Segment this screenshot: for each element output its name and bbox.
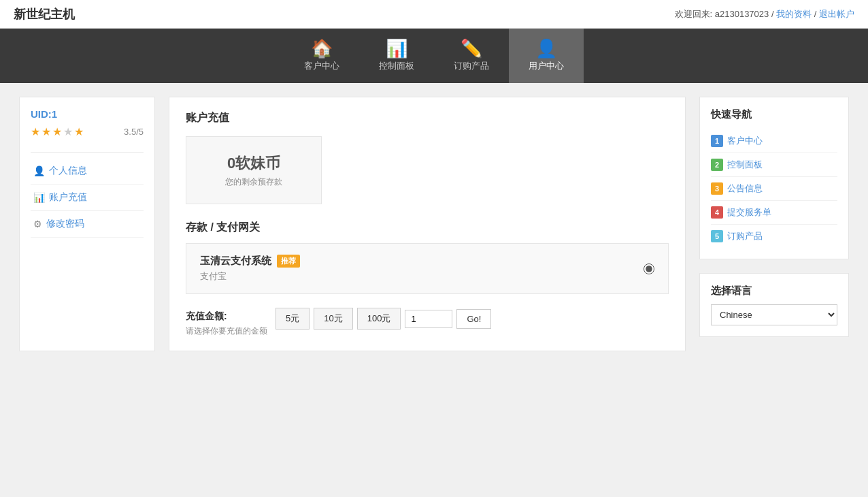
my-profile-link[interactable]: 我的资料 [776, 9, 812, 19]
recharge-btn-5[interactable]: 5元 [276, 308, 310, 330]
payment-name-text: 玉清云支付系统 [200, 255, 271, 268]
quick-nav-item-5[interactable]: 5 订购产品 [711, 225, 837, 248]
balance-label: 您的剩余预存款 [225, 176, 282, 188]
nav-item-user-center[interactable]: 👤 用户中心 [509, 29, 584, 83]
recharge-label-block: 充值金额: 请选择你要充值的金额 [186, 310, 267, 337]
language-title: 选择语言 [711, 285, 837, 298]
balance-box: 0软妹币 您的剩余预存款 [186, 136, 322, 204]
logout-link[interactable]: 退出帐户 [819, 9, 854, 19]
quick-nav-box: 快速导航 1 客户中心 2 控制面板 3 公告信息 4 提交服务单 5 订购产品 [699, 97, 849, 259]
payment-title: 存款 / 支付网关 [186, 221, 669, 235]
quick-nav-item-4[interactable]: 4 提交服务单 [711, 201, 837, 225]
nav-bar: 🏠 客户中心 📊 控制面板 ✏️ 订购产品 👤 用户中心 [0, 29, 868, 83]
home-icon: 🏠 [311, 39, 333, 57]
nav-item-control-panel[interactable]: 📊 控制面板 [359, 29, 434, 83]
welcome-text: 欢迎回来: a2130137023 / [675, 9, 774, 19]
personal-info-label: 个人信息 [49, 165, 87, 177]
stars-row: ★ ★ ★ ★ ★ 3.5/5 [31, 125, 144, 138]
uid-label: UID:1 [31, 108, 144, 120]
rating-value: 3.5/5 [124, 127, 144, 137]
sidebar: UID:1 ★ ★ ★ ★ ★ 3.5/5 👤 个人信息 📊 账户充值 ⚙ 修改… [19, 97, 155, 351]
recharge-buttons: 5元 10元 100元 Go! [276, 308, 491, 330]
quick-nav-label-3: 公告信息 [727, 182, 763, 195]
separator: / [814, 9, 819, 19]
recharge-custom-input[interactable] [405, 310, 452, 328]
nav-item-order-product[interactable]: ✏️ 订购产品 [434, 29, 509, 83]
star-3: ★ [52, 125, 62, 138]
star-5: ★ [74, 125, 84, 138]
main-container: UID:1 ★ ★ ★ ★ ★ 3.5/5 👤 个人信息 📊 账户充值 ⚙ 修改… [12, 97, 856, 351]
star-4: ★ [63, 125, 73, 138]
language-select[interactable]: Chinese English [711, 304, 837, 325]
quick-nav-label-1: 客户中心 [727, 135, 763, 147]
payment-badge: 推荐 [277, 255, 300, 268]
quick-nav-item-3[interactable]: 3 公告信息 [711, 177, 837, 201]
nav-item-customer-center[interactable]: 🏠 客户中心 [284, 29, 359, 83]
quick-nav-badge-2: 2 [711, 159, 723, 171]
star-1: ★ [31, 125, 40, 138]
quick-nav-badge-5: 5 [711, 230, 723, 242]
bar-chart-icon: 📊 [33, 192, 45, 203]
quick-nav-label-4: 提交服务单 [727, 206, 771, 219]
payment-sub: 支付宝 [200, 270, 300, 283]
go-button[interactable]: Go! [456, 309, 491, 329]
quick-nav-title: 快速导航 [711, 108, 837, 121]
account-recharge-label: 账户充值 [49, 191, 87, 204]
gear-icon: ⚙ [33, 219, 42, 229]
change-password-label: 修改密码 [46, 218, 84, 230]
top-bar: 新世纪主机 欢迎回来: a2130137023 / 我的资料 / 退出帐户 [0, 0, 868, 29]
nav-label-user-center: 用户中心 [529, 60, 564, 72]
recharge-hint: 请选择你要充值的金额 [186, 325, 267, 337]
payment-option: 玉清云支付系统 推荐 支付宝 [186, 243, 669, 294]
content-area: 账户充值 0软妹币 您的剩余预存款 存款 / 支付网关 玉清云支付系统 推荐 支… [169, 97, 686, 351]
recharge-btn-100[interactable]: 100元 [357, 308, 401, 330]
language-box: 选择语言 Chinese English [699, 273, 849, 337]
right-panel: 快速导航 1 客户中心 2 控制面板 3 公告信息 4 提交服务单 5 订购产品 [699, 97, 849, 351]
quick-nav-label-2: 控制面板 [727, 159, 763, 171]
sidebar-item-personal-info[interactable]: 👤 个人信息 [31, 158, 144, 185]
quick-nav-label-5: 订购产品 [727, 230, 763, 242]
quick-nav-item-1[interactable]: 1 客户中心 [711, 129, 837, 153]
chart-icon: 📊 [386, 39, 407, 57]
quick-nav-badge-1: 1 [711, 135, 723, 147]
site-logo: 新世纪主机 [14, 6, 75, 22]
sidebar-item-change-password[interactable]: ⚙ 修改密码 [31, 211, 144, 238]
payment-radio[interactable] [644, 263, 654, 274]
quick-nav-badge-4: 4 [711, 206, 723, 219]
user-icon: 👤 [535, 39, 557, 57]
payment-left: 玉清云支付系统 推荐 支付宝 [200, 255, 300, 283]
quick-nav-item-2[interactable]: 2 控制面板 [711, 153, 837, 177]
recharge-row: 充值金额: 请选择你要充值的金额 5元 10元 100元 Go! [186, 308, 669, 337]
balance-amount: 0软妹币 [227, 153, 280, 174]
nav-label-order-product: 订购产品 [454, 60, 489, 72]
sidebar-item-account-recharge[interactable]: 📊 账户充值 [31, 185, 144, 211]
top-bar-right: 欢迎回来: a2130137023 / 我的资料 / 退出帐户 [675, 8, 854, 20]
nav-label-control-panel: 控制面板 [379, 60, 414, 72]
recharge-btn-10[interactable]: 10元 [314, 308, 352, 330]
pen-icon: ✏️ [461, 39, 482, 57]
person-icon: 👤 [33, 165, 45, 176]
star-2: ★ [41, 125, 51, 138]
nav-label-customer-center: 客户中心 [304, 60, 339, 72]
recharge-title: 账户充值 [186, 111, 669, 125]
quick-nav-badge-3: 3 [711, 182, 723, 195]
recharge-amount-label: 充值金额: [186, 310, 267, 323]
payment-name: 玉清云支付系统 推荐 [200, 255, 300, 268]
rating-stars: ★ ★ ★ ★ ★ [31, 125, 84, 138]
